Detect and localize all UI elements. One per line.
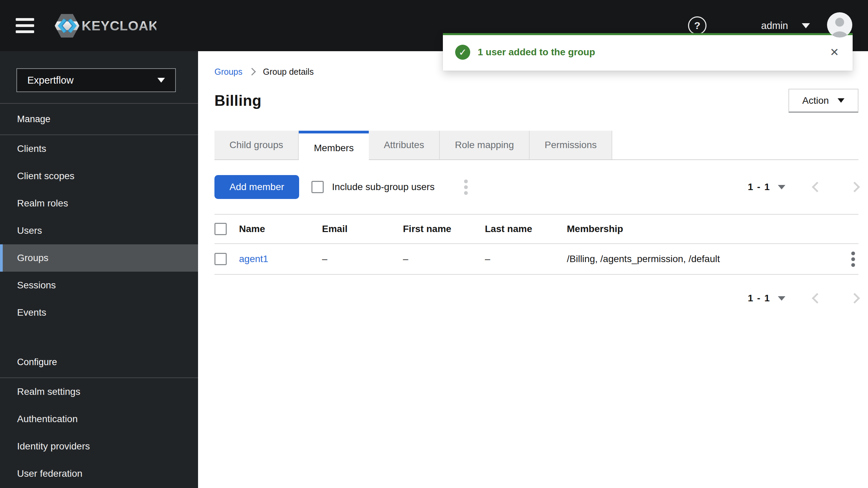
table-body: agent1 – – – /Billing, /agents_permissio…: [214, 244, 858, 275]
pagination-bottom: 1 - 1: [748, 286, 858, 310]
menu-icon[interactable]: [16, 15, 34, 37]
breadcrumb-current: Group details: [263, 67, 314, 77]
breadcrumb-separator-icon: [248, 68, 256, 76]
member-first-name: –: [403, 254, 485, 264]
column-header-membership: Membership: [567, 224, 758, 234]
page-title: Billing: [214, 89, 262, 113]
member-membership: /Billing, /agents_permission, /default: [567, 254, 758, 264]
sidebar-item-events[interactable]: Events: [0, 299, 198, 326]
title-row: Billing Action: [214, 89, 858, 113]
avatar[interactable]: [827, 12, 852, 38]
column-header-name: Name: [239, 224, 322, 234]
column-header-last-name: Last name: [485, 224, 567, 234]
sidebar-item-identity-providers[interactable]: Identity providers: [0, 433, 198, 460]
masthead-controls: ? admin: [688, 16, 810, 35]
tab-members[interactable]: Members: [299, 131, 369, 163]
realm-name: Expertflow: [27, 75, 73, 86]
pagination-range: 1 - 1: [748, 182, 770, 192]
chevron-down-icon: [802, 23, 810, 28]
table-row: agent1 – – – /Billing, /agents_permissio…: [214, 244, 858, 275]
previous-page-icon[interactable]: [812, 182, 822, 192]
close-icon[interactable]: ✕: [830, 47, 839, 58]
keycloak-logo-image: KEYCLOAK: [54, 13, 156, 39]
sidebar-item-clients[interactable]: Clients: [0, 135, 198, 162]
sidebar-item-users[interactable]: Users: [0, 217, 198, 244]
keycloak-admin-console: KEYCLOAK ? admin ✓ 1 user add: [0, 0, 868, 488]
members-toolbar: Add member Include sub-group users 1 - 1: [214, 175, 858, 199]
tab-attributes[interactable]: Attributes: [369, 131, 440, 159]
members-table: Name Email First name Last name Membersh…: [214, 214, 858, 275]
toast-message: 1 user added to the group: [478, 47, 595, 58]
user-avatar-icon: [827, 12, 852, 38]
success-icon: ✓: [455, 45, 470, 60]
pagination-options-icon[interactable]: [778, 296, 785, 301]
action-dropdown-button[interactable]: Action: [788, 89, 858, 113]
next-page-icon[interactable]: [849, 293, 860, 303]
keycloak-logo: KEYCLOAK: [54, 13, 156, 39]
select-all-checkbox[interactable]: [214, 223, 227, 235]
sidebar-item-sessions[interactable]: Sessions: [0, 272, 198, 299]
nav-configure-items: Realm settings Authentication Identity p…: [0, 378, 198, 487]
help-icon[interactable]: ?: [688, 16, 706, 35]
sidebar-item-realm-roles[interactable]: Realm roles: [0, 190, 198, 217]
user-menu[interactable]: admin: [761, 20, 810, 31]
include-subgroups-label: Include sub-group users: [332, 182, 434, 192]
pagination-options-icon[interactable]: [778, 185, 785, 189]
realm-selector[interactable]: Expertflow: [16, 68, 176, 92]
kebab-icon[interactable]: [462, 177, 470, 197]
column-header-first-name: First name: [403, 224, 485, 234]
sidebar-item-realm-settings[interactable]: Realm settings: [0, 378, 198, 405]
chevron-down-icon: [838, 98, 844, 103]
chevron-down-icon: [157, 78, 165, 83]
sidebar-item-user-federation[interactable]: User federation: [0, 460, 198, 487]
tabs: Child groups Members Attributes Role map…: [214, 131, 858, 160]
tab-child-groups[interactable]: Child groups: [214, 131, 299, 159]
tab-role-mapping[interactable]: Role mapping: [440, 131, 530, 159]
add-member-button[interactable]: Add member: [214, 175, 299, 199]
kebab-icon[interactable]: [849, 249, 857, 269]
sidebar-item-client-scopes[interactable]: Client scopes: [0, 162, 198, 190]
nav-section-manage: Manage: [0, 104, 198, 134]
username: admin: [761, 20, 788, 31]
nav-section-configure: Configure: [0, 347, 198, 377]
main-content: Groups Group details Billing Action Chil…: [198, 51, 868, 488]
member-email: –: [322, 254, 403, 264]
pagination-top: 1 - 1: [748, 175, 858, 199]
tab-permissions[interactable]: Permissions: [530, 131, 612, 159]
previous-page-icon[interactable]: [812, 293, 822, 303]
next-page-icon[interactable]: [849, 182, 860, 192]
success-toast: ✓ 1 user added to the group ✕: [443, 33, 853, 71]
pagination-range: 1 - 1: [748, 293, 770, 304]
member-name-link[interactable]: agent1: [239, 254, 322, 264]
sidebar: Expertflow Manage Clients Client scopes …: [0, 51, 198, 488]
sidebar-item-groups[interactable]: Groups: [0, 244, 198, 272]
row-checkbox[interactable]: [214, 253, 227, 265]
breadcrumb-groups-link[interactable]: Groups: [214, 67, 242, 77]
include-subgroups-checkbox[interactable]: [311, 181, 324, 193]
sidebar-item-authentication[interactable]: Authentication: [0, 405, 198, 433]
brand-text: KEYCLOAK: [82, 18, 156, 33]
pagination-bottom-wrap: 1 - 1: [214, 286, 858, 310]
nav-manage-items: Clients Client scopes Realm roles Users …: [0, 135, 198, 326]
table-header-row: Name Email First name Last name Membersh…: [214, 214, 858, 244]
column-header-email: Email: [322, 224, 403, 234]
member-last-name: –: [485, 254, 567, 264]
